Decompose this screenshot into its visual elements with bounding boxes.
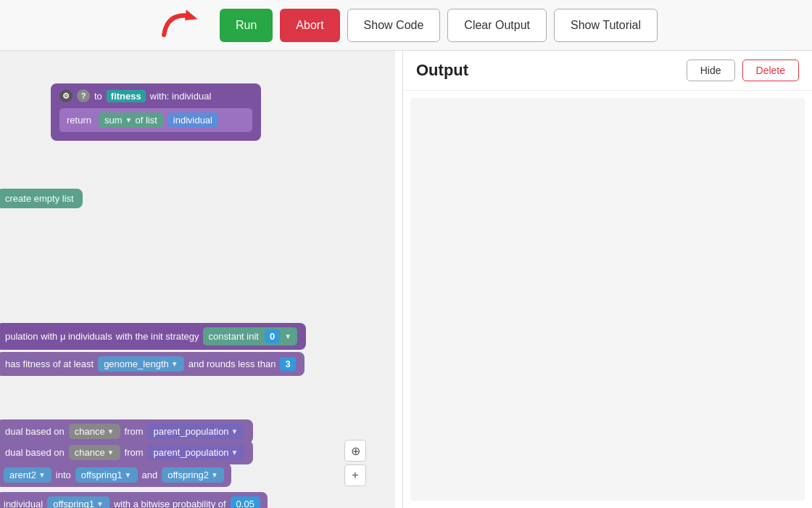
- rounds-value: 3: [280, 357, 295, 371]
- into-label: into: [56, 470, 71, 480]
- output-title: Output: [416, 61, 468, 80]
- offspring1-badge[interactable]: offspring1 ▼: [75, 467, 138, 483]
- fitness-label: fitness: [107, 90, 146, 102]
- parent-pop-dropdown-2[interactable]: ▼: [231, 448, 239, 456]
- chance-badge-2[interactable]: chance ▼: [69, 445, 120, 460]
- and-rounds-label: and rounds less than: [188, 359, 276, 369]
- chance-label-2: chance: [75, 447, 105, 458]
- zoom-target-button[interactable]: ⊕: [344, 440, 366, 462]
- from-label-1: from: [125, 426, 144, 437]
- delete-button[interactable]: Delete: [742, 60, 799, 81]
- ib1-prefix: dual based on: [5, 426, 65, 437]
- chance-badge-1[interactable]: chance ▼: [69, 424, 120, 439]
- individual-label: individual: [173, 115, 212, 126]
- chance-label-1: chance: [75, 426, 105, 437]
- individual-block[interactable]: individual: [167, 112, 218, 128]
- output-content: [410, 98, 805, 501]
- offspring1-label: offspring1: [81, 470, 123, 480]
- init-value: 0: [265, 329, 280, 343]
- parent-block: arent2 ▼ into offspring1 ▼ and offspring…: [0, 463, 231, 487]
- fitness-check-text: has fitness of at least: [5, 359, 94, 369]
- to-label: to: [94, 91, 102, 102]
- with-label: with: individual: [150, 91, 212, 102]
- parent-pop-label-1: parent_population: [154, 426, 229, 437]
- parent2-dropdown[interactable]: ▼: [38, 471, 46, 479]
- zoom-in-icon: +: [352, 469, 358, 482]
- sum-label: sum: [104, 115, 123, 126]
- genome-badge[interactable]: genome_length ▼: [98, 356, 184, 372]
- sum-dropdown[interactable]: ▼: [125, 116, 133, 124]
- zoom-in-button[interactable]: +: [344, 464, 366, 486]
- output-buttons: Hide Delete: [687, 60, 799, 81]
- constant-init-block[interactable]: constant init 0 ▼: [203, 327, 298, 345]
- genome-dropdown[interactable]: ▼: [171, 360, 178, 368]
- fitness-body: return sum ▼ of list individual: [59, 108, 252, 132]
- of-list-label: of list: [135, 115, 157, 126]
- mutation-offspring1-badge[interactable]: offspring1 ▼: [47, 496, 109, 508]
- parent2-label: arent2: [9, 470, 36, 480]
- and-label-parent: and: [142, 470, 158, 480]
- population-block: pulation with μ individuals with the ini…: [0, 323, 306, 350]
- create-list-label: create empty list: [5, 193, 74, 204]
- toolbar: Run Abort Show Code Clear Output Show Tu…: [0, 0, 812, 51]
- offspring2-label: offspring2: [167, 470, 209, 480]
- from-label-2: from: [125, 447, 144, 458]
- canvas-area: ⚙ ? to fitness with: individual return s…: [0, 51, 395, 508]
- sum-block[interactable]: sum ▼ of list: [99, 112, 163, 128]
- fitness-function-block: ⚙ ? to fitness with: individual return s…: [51, 83, 261, 141]
- offspring2-badge[interactable]: offspring2 ▼: [162, 467, 224, 483]
- mutation-with-label: with a bitwise probability of: [114, 499, 226, 508]
- init-label: constant init: [209, 331, 259, 342]
- chance-dropdown-2[interactable]: ▼: [107, 448, 115, 456]
- help-icon[interactable]: ?: [77, 89, 90, 102]
- gear-icon[interactable]: ⚙: [59, 89, 72, 102]
- chance-dropdown-1[interactable]: ▼: [107, 427, 115, 435]
- arrow-icon: [154, 4, 205, 47]
- svg-marker-0: [185, 9, 198, 20]
- mutation-offspring1-label: offspring1: [53, 499, 94, 508]
- hide-button[interactable]: Hide: [687, 60, 735, 81]
- init-dropdown[interactable]: ▼: [284, 332, 291, 340]
- fitness-header: ⚙ ? to fitness with: individual: [59, 89, 252, 102]
- create-list-block: create empty list: [0, 189, 83, 208]
- zoom-controls: ⊕ +: [344, 440, 366, 486]
- output-area: Output Hide Delete: [402, 51, 812, 508]
- genome-label: genome_length: [104, 359, 169, 369]
- individual-block-2: dual based on chance ▼ from parent_popul…: [0, 441, 253, 464]
- ib2-prefix: dual based on: [5, 447, 65, 458]
- population-text: pulation with μ individuals: [5, 331, 112, 342]
- abort-button[interactable]: Abort: [280, 9, 339, 42]
- mutation-prefix: individual: [4, 499, 43, 508]
- offspring2-dropdown[interactable]: ▼: [211, 471, 218, 479]
- zoom-target-icon: ⊕: [351, 444, 360, 458]
- run-button[interactable]: Run: [220, 9, 273, 42]
- parent-pop-badge-2[interactable]: parent_population ▼: [148, 445, 244, 460]
- parent-pop-dropdown-1[interactable]: ▼: [231, 427, 239, 435]
- return-label: return: [67, 115, 91, 126]
- show-code-button[interactable]: Show Code: [347, 9, 441, 42]
- fitness-check-block: has fitness of at least genome_length ▼ …: [0, 352, 304, 376]
- show-tutorial-button[interactable]: Show Tutorial: [554, 9, 658, 42]
- with-init-label: with the init strategy: [116, 331, 199, 342]
- prob-value-badge: 0.05: [231, 496, 260, 508]
- mutation-o1-dropdown[interactable]: ▼: [96, 500, 104, 508]
- mutation-block: individual offspring1 ▼ with a bitwise p…: [0, 492, 268, 508]
- output-header: Output Hide Delete: [403, 51, 812, 91]
- offspring1-dropdown[interactable]: ▼: [125, 471, 132, 479]
- parent-pop-label-2: parent_population: [154, 447, 229, 458]
- clear-output-button[interactable]: Clear Output: [447, 9, 547, 42]
- parent2-badge[interactable]: arent2 ▼: [4, 467, 51, 483]
- parent-pop-badge-1[interactable]: parent_population ▼: [148, 424, 244, 439]
